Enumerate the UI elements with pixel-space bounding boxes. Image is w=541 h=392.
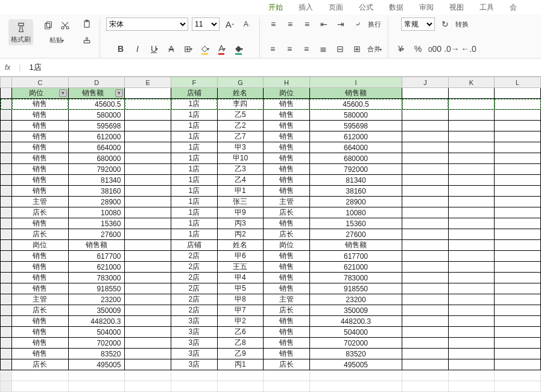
cell[interactable] xyxy=(309,381,402,392)
cell[interactable]: 姓名 xyxy=(217,240,264,251)
cell[interactable] xyxy=(402,316,449,327)
cell[interactable] xyxy=(12,381,69,392)
fill-color-icon[interactable]: ◇▾ xyxy=(198,42,212,55)
align-left-icon[interactable]: ≡ xyxy=(266,42,279,55)
cell[interactable]: 595698 xyxy=(68,121,125,131)
cell[interactable] xyxy=(125,262,171,273)
cell[interactable] xyxy=(125,207,171,218)
cell[interactable] xyxy=(402,88,449,99)
cell[interactable] xyxy=(1,283,12,294)
cell[interactable] xyxy=(309,370,402,381)
cell[interactable]: 792000 xyxy=(68,164,125,175)
cell[interactable] xyxy=(448,153,495,164)
cell[interactable] xyxy=(448,110,495,121)
cell[interactable]: 乙2 xyxy=(217,121,264,131)
cell[interactable] xyxy=(448,99,495,110)
cell[interactable]: 主管 xyxy=(264,294,310,305)
cell[interactable] xyxy=(217,370,264,381)
cell[interactable] xyxy=(125,273,171,283)
cell[interactable]: 销售 xyxy=(12,110,69,121)
cell[interactable]: 销售 xyxy=(12,218,69,229)
cell[interactable] xyxy=(125,251,171,262)
cell[interactable] xyxy=(448,305,495,316)
cell[interactable]: 销售 xyxy=(12,164,69,175)
cell[interactable] xyxy=(171,370,218,381)
cell[interactable]: 504000 xyxy=(309,327,402,338)
cell[interactable] xyxy=(1,370,12,381)
cell[interactable]: 销售 xyxy=(264,316,310,327)
cell[interactable] xyxy=(125,131,171,142)
cell[interactable]: 664000 xyxy=(309,142,402,153)
cell[interactable] xyxy=(495,164,541,175)
stamp-icon[interactable] xyxy=(80,33,93,46)
cell[interactable]: 销售 xyxy=(264,327,310,338)
cell[interactable] xyxy=(495,186,541,197)
cell[interactable]: 甲1 xyxy=(217,186,264,197)
indent-inc-icon[interactable]: ⇥ xyxy=(334,17,347,31)
cell[interactable]: 销售 xyxy=(264,175,310,186)
cell[interactable]: 销售 xyxy=(264,121,310,131)
cell[interactable]: 销售 xyxy=(264,186,310,197)
fx-icon[interactable]: fx xyxy=(5,63,10,72)
cell[interactable]: 乙9 xyxy=(217,349,264,359)
cell[interactable]: 595698 xyxy=(309,121,402,131)
cell[interactable] xyxy=(495,99,541,110)
col-header-K[interactable]: K xyxy=(448,77,495,88)
cell[interactable] xyxy=(125,381,171,392)
cell[interactable]: 销售额 xyxy=(309,88,402,99)
cell[interactable]: 销售 xyxy=(12,131,69,142)
cell[interactable] xyxy=(125,121,171,131)
font-color-icon[interactable]: A▾ xyxy=(215,42,229,55)
merge-button[interactable]: ⊞ xyxy=(350,42,364,55)
cell[interactable] xyxy=(448,229,495,240)
cell[interactable] xyxy=(402,240,449,251)
cell[interactable]: 680000 xyxy=(309,153,402,164)
cell[interactable] xyxy=(402,186,449,197)
clipboard-icon[interactable] xyxy=(80,17,93,31)
cell[interactable]: 1店 xyxy=(171,229,218,240)
cell[interactable] xyxy=(125,370,171,381)
cell[interactable] xyxy=(495,349,541,359)
cell[interactable]: 702000 xyxy=(68,338,125,349)
cell[interactable]: 918550 xyxy=(68,283,125,294)
cell[interactable]: 店长 xyxy=(12,305,69,316)
font-name-select[interactable]: 宋体 xyxy=(106,17,188,31)
cell[interactable]: 83520 xyxy=(309,349,402,359)
format-painter-button[interactable]: 格式刷 xyxy=(8,19,33,45)
cell[interactable]: 销售 xyxy=(12,338,69,349)
cell[interactable]: 销售 xyxy=(264,218,310,229)
cell[interactable]: 乙4 xyxy=(217,175,264,186)
cell[interactable] xyxy=(125,88,171,99)
cell[interactable] xyxy=(1,218,12,229)
cell[interactable]: 664000 xyxy=(68,142,125,153)
cell[interactable]: 448200.3 xyxy=(309,316,402,327)
cell[interactable]: 张三 xyxy=(217,197,264,207)
cell[interactable]: 918550 xyxy=(309,283,402,294)
cell[interactable]: 23200 xyxy=(68,294,125,305)
cell[interactable]: 1店 xyxy=(171,207,218,218)
italic-icon[interactable]: I xyxy=(131,42,144,55)
cell[interactable]: 销售 xyxy=(12,175,69,186)
cell[interactable] xyxy=(125,164,171,175)
cell[interactable] xyxy=(125,110,171,121)
formula-value[interactable]: 1店 xyxy=(29,62,41,73)
cell[interactable] xyxy=(125,305,171,316)
col-header-E[interactable]: E xyxy=(125,77,171,88)
cell[interactable] xyxy=(402,197,449,207)
cell[interactable]: 1店 xyxy=(171,218,218,229)
cell[interactable] xyxy=(125,283,171,294)
cell[interactable] xyxy=(125,349,171,359)
cell[interactable]: 612000 xyxy=(309,131,402,142)
cell[interactable]: 3店 xyxy=(171,349,218,359)
cell[interactable]: 10080 xyxy=(68,207,125,218)
col-header-F[interactable]: F xyxy=(171,77,218,88)
cell[interactable]: 销售 xyxy=(12,327,69,338)
cell[interactable]: 612000 xyxy=(68,131,125,142)
cell[interactable]: 店铺 xyxy=(171,88,218,99)
cell[interactable]: 2店 xyxy=(171,283,218,294)
cell[interactable] xyxy=(125,218,171,229)
cell[interactable] xyxy=(171,381,218,392)
cell[interactable]: 岗位 xyxy=(12,88,69,99)
cell[interactable] xyxy=(125,294,171,305)
cell[interactable] xyxy=(402,121,449,131)
